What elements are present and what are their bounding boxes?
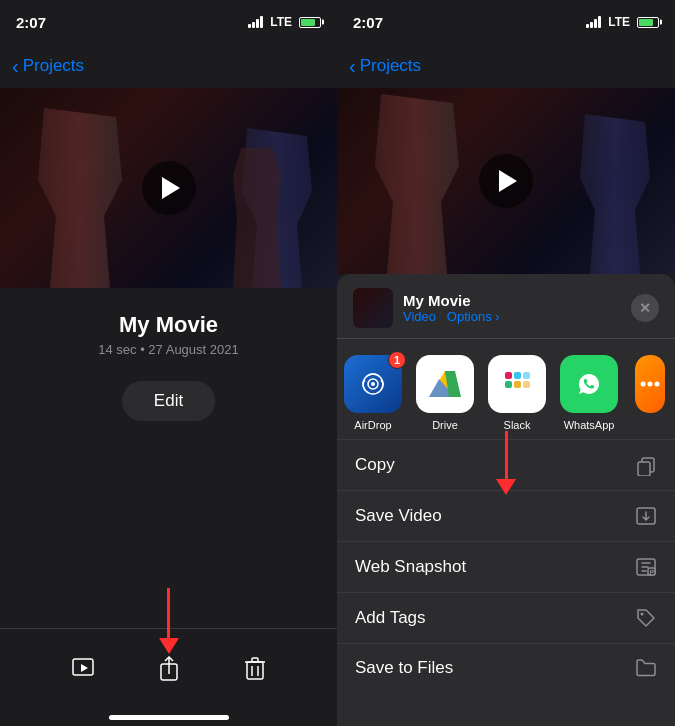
edit-button[interactable]: Edit	[122, 381, 215, 421]
whatsapp-icon	[560, 355, 618, 413]
svg-marker-1	[81, 664, 88, 672]
svg-rect-12	[505, 372, 512, 379]
back-chevron-right: ‹	[349, 56, 356, 76]
airdrop-label: AirDrop	[354, 419, 391, 431]
signal-icon	[248, 16, 263, 28]
svg-rect-16	[523, 372, 530, 379]
back-button-right[interactable]: ‹ Projects	[349, 56, 421, 76]
play-button-left[interactable]	[142, 161, 196, 215]
svg-point-11	[371, 382, 375, 386]
svg-point-19	[641, 382, 646, 387]
back-chevron-left: ‹	[12, 56, 19, 76]
play-toolbar-icon[interactable]	[72, 658, 94, 680]
battery-fill-right	[639, 19, 653, 26]
signal-icon-right	[586, 16, 601, 28]
share-title-block: My Movie Video Options ›	[403, 292, 631, 324]
time-right: 2:07	[353, 14, 383, 31]
svg-point-28	[641, 613, 644, 616]
copy-icon	[635, 454, 657, 476]
movie-info-left: My Movie 14 sec • 27 August 2021	[0, 288, 337, 373]
video-thumbnail-left[interactable]	[0, 88, 337, 288]
svg-point-20	[648, 382, 653, 387]
status-bar-right: 2:07 LTE	[337, 0, 675, 44]
play-icon-left	[162, 177, 180, 199]
action-save-files[interactable]: Save to Files	[337, 643, 675, 692]
tag-icon	[635, 607, 657, 629]
share-header: My Movie Video Options › ✕	[337, 274, 675, 339]
back-button-left[interactable]: ‹ Projects	[12, 56, 84, 76]
share-subtitle-video: Video	[403, 309, 436, 324]
guitar-decoration	[20, 108, 140, 288]
share-sheet: My Movie Video Options › ✕	[337, 274, 675, 726]
status-icons-left: LTE	[248, 15, 321, 29]
arrow-indicator-left	[159, 588, 179, 654]
battery-icon-right	[637, 17, 659, 28]
home-bar-left	[109, 715, 229, 720]
slack-icon-container	[488, 355, 546, 413]
arrow-line-left	[167, 588, 170, 638]
edit-btn-container: Edit	[0, 373, 337, 437]
action-web-label: Web Snapshot	[355, 557, 466, 577]
status-icons-right: LTE	[586, 15, 659, 29]
lte-icon: LTE	[270, 15, 292, 29]
drive-icon-container	[416, 355, 474, 413]
whatsapp-icon-container	[560, 355, 618, 413]
svg-rect-13	[514, 372, 521, 379]
share-close-button[interactable]: ✕	[631, 294, 659, 322]
airdrop-icon: 1	[344, 355, 402, 413]
slack-label: Slack	[504, 419, 531, 431]
airdrop-icon-container: 1	[344, 355, 402, 413]
svg-point-21	[655, 382, 660, 387]
status-bar-left: 2:07 LTE	[0, 0, 337, 44]
battery-fill	[301, 19, 315, 26]
share-options-link[interactable]: Options	[447, 309, 492, 324]
action-save-label: Save Video	[355, 506, 442, 526]
play-button-right[interactable]	[479, 154, 533, 208]
home-indicator-left	[0, 708, 337, 726]
more-icon-container	[635, 355, 665, 413]
share-apps-row: 1 AirDrop Drive	[337, 339, 675, 439]
airdrop-badge: 1	[388, 351, 406, 369]
left-panel: 2:07 LTE ‹ Projects	[0, 0, 337, 726]
action-copy[interactable]: Copy	[337, 439, 675, 490]
web-icon: P	[635, 556, 657, 578]
action-web-snapshot[interactable]: Web Snapshot P	[337, 541, 675, 592]
nav-bar-left: ‹ Projects	[0, 44, 337, 88]
play-icon-right	[499, 170, 517, 192]
share-toolbar-icon[interactable]	[158, 656, 180, 682]
svg-rect-23	[638, 462, 650, 476]
time-left: 2:07	[16, 14, 46, 31]
drive-label: Drive	[432, 419, 458, 431]
back-label-left: Projects	[23, 56, 84, 76]
guitar-decoration-right-r	[565, 114, 665, 274]
share-app-whatsapp[interactable]: WhatsApp	[553, 355, 625, 431]
share-app-airdrop[interactable]: 1 AirDrop	[337, 355, 409, 431]
svg-rect-14	[505, 381, 512, 388]
nav-bar-right: ‹ Projects	[337, 44, 675, 88]
action-copy-label: Copy	[355, 455, 395, 475]
video-thumbnail-right[interactable]	[337, 88, 675, 274]
action-tags-label: Add Tags	[355, 608, 426, 628]
svg-text:P: P	[650, 569, 655, 576]
share-thumb-inner	[353, 288, 393, 328]
guitar-decoration-r	[357, 94, 477, 274]
whatsapp-label: WhatsApp	[564, 419, 615, 431]
svg-rect-4	[247, 662, 263, 679]
share-sheet-subtitle: Video Options ›	[403, 309, 631, 324]
svg-rect-6	[252, 658, 258, 662]
share-app-more[interactable]	[625, 355, 675, 419]
delete-toolbar-icon[interactable]	[245, 657, 265, 681]
drive-icon	[416, 355, 474, 413]
back-label-right: Projects	[360, 56, 421, 76]
arrow-head-left	[159, 638, 179, 654]
action-add-tags[interactable]: Add Tags	[337, 592, 675, 643]
movie-meta-left: 14 sec • 27 August 2021	[98, 342, 238, 357]
battery-icon	[299, 17, 321, 28]
save-icon	[635, 505, 657, 527]
action-files-label: Save to Files	[355, 658, 453, 678]
share-app-drive[interactable]: Drive	[409, 355, 481, 431]
svg-rect-17	[523, 381, 530, 388]
share-app-slack[interactable]: Slack	[481, 355, 553, 431]
right-panel: 2:07 LTE ‹ Projects	[337, 0, 675, 726]
action-save-video[interactable]: Save Video	[337, 490, 675, 541]
